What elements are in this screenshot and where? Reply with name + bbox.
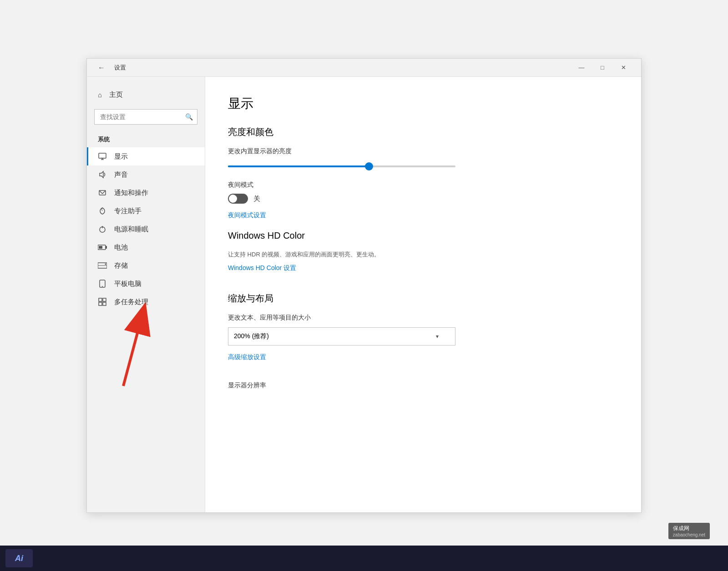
maximize-button[interactable]: □ [592,59,613,77]
resolution-label: 显示器分辨率 [228,381,618,390]
main-content-area: 显示 亮度和颜色 更改内置显示器的亮度 夜间模式 [205,77,641,512]
settings-window: ← 设置 — □ ✕ ⌂ 主页 🔍 [86,58,642,513]
sidebar-item-storage-label: 存储 [114,261,128,270]
window-content: ⌂ 主页 🔍 系统 [87,77,641,512]
focus-icon [98,206,107,215]
scale-title: 缩放与布局 [228,292,618,305]
windows-hd-description: 让支持 HDR 的视频、游戏和应用的画面更明亮、更生动。 [228,250,618,259]
home-icon: ⌂ [98,91,102,99]
display-icon [98,152,107,161]
svg-rect-17 [103,298,106,301]
sidebar-item-battery-label: 电池 [114,243,128,252]
tablet-icon [98,279,107,288]
sidebar-item-focus-label: 专注助手 [114,207,142,215]
sidebar-item-sound-label: 声音 [114,170,128,179]
windows-hd-section: Windows HD Color 让支持 HDR 的视频、游戏和应用的画面更明亮… [228,230,618,283]
section-label: 系统 [87,132,205,147]
svg-rect-0 [99,153,106,158]
night-mode-setting: 夜间模式 关 [228,181,618,204]
chevron-down-icon: ▾ [436,333,439,340]
sidebar-item-display[interactable]: 显示 [87,147,205,165]
svg-marker-4 [100,171,103,178]
windows-hd-link[interactable]: Windows HD Color 设置 [228,264,296,272]
page-title: 显示 [228,95,618,112]
svg-rect-16 [99,298,102,301]
search-icon: 🔍 [185,113,193,120]
sidebar-item-power[interactable]: 电源和睡眠 [87,220,205,238]
sidebar-item-tablet[interactable]: 平板电脑 [87,275,205,293]
svg-rect-18 [99,302,102,306]
power-icon [98,225,107,234]
sidebar-item-notifications-label: 通知和操作 [114,189,148,197]
taskbar-ai-button[interactable]: Ai [5,549,33,567]
brightness-setting: 更改内置显示器的亮度 [228,147,618,172]
titlebar-left: ← 设置 [94,62,126,74]
svg-rect-10 [99,246,102,249]
sidebar-item-home[interactable]: ⌂ 主页 [87,86,205,104]
minimize-button[interactable]: — [571,59,592,77]
notifications-icon [98,188,107,197]
titlebar-title: 设置 [114,64,126,72]
sidebar-item-battery[interactable]: 电池 [87,238,205,256]
svg-point-15 [102,286,103,287]
scale-current-value: 200% (推荐) [234,332,269,341]
sidebar-item-multitask[interactable]: 多任务处理 [87,293,205,311]
scale-select-wrapper: 200% (推荐) ▾ [228,327,455,346]
svg-point-13 [105,264,106,265]
windows-hd-title: Windows HD Color [228,230,618,241]
window-controls: — □ ✕ [571,59,634,77]
sidebar-item-storage[interactable]: 存储 [87,256,205,275]
brightness-label: 更改内置显示器的亮度 [228,147,618,155]
brightness-track [228,165,455,167]
sidebar: ⌂ 主页 🔍 系统 [87,77,205,512]
night-mode-toggle[interactable] [228,194,248,204]
sidebar-item-display-label: 显示 [114,152,128,161]
close-button[interactable]: ✕ [613,59,634,77]
sound-icon [98,170,107,179]
watermark-text: 保成网 [673,525,705,532]
scale-section: 缩放与布局 更改文本、应用等项目的大小 200% (推荐) ▾ 高级缩放设置 [228,292,618,372]
watermark: 保成网 zabaocheng.net [668,523,710,539]
multitask-icon [98,297,107,306]
scale-select-display[interactable]: 200% (推荐) ▾ [228,327,455,346]
brightness-thumb[interactable] [365,162,373,170]
brightness-section-title: 亮度和颜色 [228,126,618,138]
sidebar-home-label: 主页 [109,90,123,99]
sidebar-item-sound[interactable]: 声音 [87,165,205,184]
taskbar: Ai [0,546,728,571]
night-mode-toggle-row: 关 [228,194,618,204]
sidebar-item-tablet-label: 平板电脑 [114,280,142,288]
night-mode-status: 关 [253,195,260,203]
sidebar-item-notifications[interactable]: 通知和操作 [87,184,205,202]
back-button[interactable]: ← [94,62,109,74]
brightness-fill [228,165,369,167]
storage-icon [98,261,107,270]
watermark-subtext: zabaocheng.net [673,532,705,537]
scale-label: 更改文本、应用等项目的大小 [228,314,618,322]
titlebar: ← 设置 — □ ✕ [87,59,641,77]
night-mode-label: 夜间模式 [228,181,618,189]
night-mode-settings-link[interactable]: 夜间模式设置 [228,211,266,220]
advanced-scale-link[interactable]: 高级缩放设置 [228,353,266,361]
svg-rect-9 [106,246,107,249]
sidebar-item-power-label: 电源和睡眠 [114,225,148,234]
sidebar-search-container: 🔍 [94,109,197,125]
brightness-slider[interactable] [228,161,455,172]
battery-icon [98,243,107,252]
ai-label: Ai [15,554,23,563]
svg-rect-19 [103,302,106,306]
toggle-thumb [229,195,237,203]
sidebar-item-multitask-label: 多任务处理 [114,298,148,306]
search-input[interactable] [94,109,197,125]
sidebar-item-focus[interactable]: 专注助手 [87,202,205,220]
